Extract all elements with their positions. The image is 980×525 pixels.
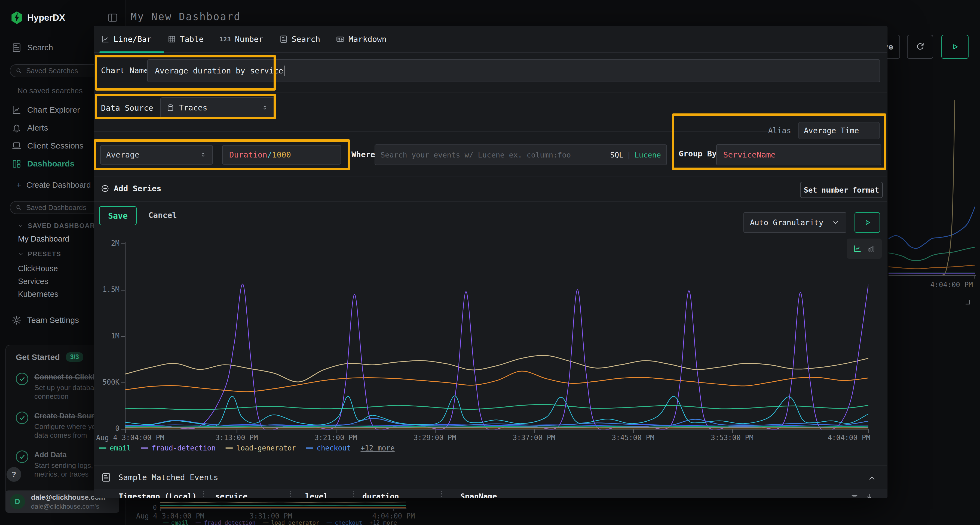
y-tick (121, 336, 125, 337)
check-circle-icon (16, 450, 28, 463)
column-resize-handle[interactable] (290, 491, 291, 498)
bar-chart-toggle-icon[interactable] (867, 244, 875, 253)
column-resize-handle[interactable] (441, 491, 442, 498)
mini-legend-item: checkout (326, 520, 362, 525)
aggregation-select[interactable]: Average (100, 145, 213, 165)
where-search-input[interactable]: Search your events w/ Lucene ex. column:… (375, 144, 667, 165)
column-header-spanname[interactable]: SpanName (460, 492, 497, 498)
aggregation-value: Average (106, 150, 139, 159)
legend-item-checkout[interactable]: checkout (306, 444, 351, 452)
tab-number[interactable]: 123 Number (220, 35, 264, 44)
set-number-format-button[interactable]: Set number format (800, 182, 883, 198)
chart-legend: email fraud-detection load-generator che… (99, 444, 395, 452)
table-filter-icon[interactable] (850, 492, 859, 498)
run-query-button[interactable] (941, 35, 969, 59)
chart-name-input[interactable]: Average duration by service (147, 59, 880, 82)
data-source-select[interactable]: Traces (160, 97, 275, 118)
x-tick (336, 430, 336, 433)
markdown-tab-icon (336, 35, 345, 43)
user-email: dale@clickhouse.com's (31, 503, 105, 510)
collapse-section-icon[interactable] (867, 474, 876, 482)
gear-icon (11, 315, 22, 325)
sidebar-item-label: Alerts (27, 123, 48, 132)
column-header-timestamp-local-[interactable]: Timestamp (Local) (119, 492, 197, 498)
sample-events-icon (101, 472, 111, 482)
sidebar-item-my-dashboard[interactable]: My Dashboard (18, 235, 69, 243)
help-button[interactable]: ? (6, 467, 21, 482)
mini-chart-legend: email fraud-detection load-generator che… (163, 520, 397, 525)
legend-item-load-generator[interactable]: load-generator (225, 444, 296, 452)
where-label: Where (352, 150, 375, 159)
x-tick-label: 3:13:00 PM (191, 434, 283, 442)
hyperdx-app: My New Dashboard Save 4:04:00 PM 0 Aug 4… (0, 0, 980, 525)
mini-chart-zero-label: 0 (140, 504, 157, 511)
tabs-baseline (94, 52, 888, 53)
refresh-button[interactable] (907, 35, 933, 59)
panel-collapse-icon (107, 12, 118, 23)
page-title: My New Dashboard (130, 11, 241, 22)
preset-list: ClickHouseServicesKubernetes (18, 262, 58, 301)
sidebar-item-kubernetes[interactable]: Kubernetes (18, 288, 58, 301)
mini-legend-item: load-generator (263, 520, 319, 525)
play-icon (951, 43, 959, 51)
lang-sql-toggle[interactable]: SQL (610, 151, 624, 159)
column-header-service[interactable]: service (215, 492, 247, 498)
tile-resize-handle-icon[interactable] (964, 298, 971, 305)
check-circle-icon (16, 373, 28, 385)
tab-search[interactable]: Search (279, 35, 320, 44)
tab-line-bar[interactable]: Line/Bar (101, 35, 152, 44)
tab-table[interactable]: Table (167, 35, 204, 44)
saved-dashboards-section[interactable]: SAVED DASHBOARDS (18, 222, 105, 230)
cancel-button[interactable]: Cancel (148, 211, 177, 220)
granularity-select[interactable]: Auto Granularity (743, 212, 846, 233)
sidebar-item-services[interactable]: Services (18, 275, 58, 288)
presets-section[interactable]: PRESETS (18, 250, 61, 258)
lang-lucene-toggle[interactable]: Lucene (634, 151, 661, 159)
column-resize-handle[interactable] (203, 491, 204, 498)
field-expression-input[interactable]: Duration/1000 (222, 145, 341, 165)
step-title: Add Data (34, 451, 67, 459)
divider (94, 131, 775, 132)
sidebar-item-label: Client Sessions (27, 141, 84, 151)
y-tick (121, 429, 125, 430)
set-number-format-label: Set number format (804, 186, 879, 194)
sidebar-collapse-button[interactable] (106, 12, 120, 24)
avatar: D (10, 494, 25, 509)
tab-markdown[interactable]: Markdown (336, 35, 387, 44)
x-tick (125, 430, 126, 433)
legend-more-link[interactable]: +12 more (360, 444, 395, 452)
legend-label: email (110, 444, 131, 452)
sidebar-item-clickhouse[interactable]: ClickHouse (18, 262, 58, 275)
legend-item-fraud-detection[interactable]: fraud-detection (141, 444, 216, 452)
chevron-down-icon (832, 219, 840, 227)
run-chart-button[interactable] (854, 212, 880, 233)
sidebar-item-label: Search (27, 43, 53, 52)
sidebar-item-team-settings[interactable]: Team Settings (11, 315, 79, 325)
legend-item-email[interactable]: email (99, 444, 131, 452)
brand[interactable]: HyperDX (11, 11, 65, 24)
search-tab-icon (279, 35, 288, 43)
x-tick (732, 430, 733, 433)
create-dashboard-button[interactable]: + Create Dashboard (16, 180, 91, 190)
column-header-level[interactable]: level (305, 492, 328, 498)
sample-events-header: Sample Matched Events (101, 472, 218, 482)
column-header-duration[interactable]: duration (362, 492, 399, 498)
add-series-button[interactable]: Add Series (101, 184, 161, 193)
column-resize-handle[interactable] (353, 491, 354, 498)
legend-swatch (306, 447, 313, 449)
data-source-label: Data Source (101, 103, 153, 113)
table-download-icon[interactable] (865, 492, 873, 498)
mini-x-tick-label: Aug 4 3:04:00 PM (136, 512, 223, 520)
tab-label: Number (235, 35, 264, 44)
group-by-input[interactable]: ServiceName (716, 144, 881, 165)
x-tick-label: 3:53:00 PM (686, 434, 778, 442)
mini-x-tick (270, 509, 271, 511)
timeseries-chart[interactable] (125, 242, 869, 430)
alias-label: Alias (749, 126, 791, 135)
alias-input[interactable]: Average Time (799, 122, 880, 139)
search-icon (15, 67, 22, 74)
save-button[interactable]: Save (99, 206, 137, 225)
mini-x-tick (393, 509, 394, 511)
chart-name-label: Chart Name (101, 66, 149, 75)
expr-operator: / (267, 150, 272, 159)
